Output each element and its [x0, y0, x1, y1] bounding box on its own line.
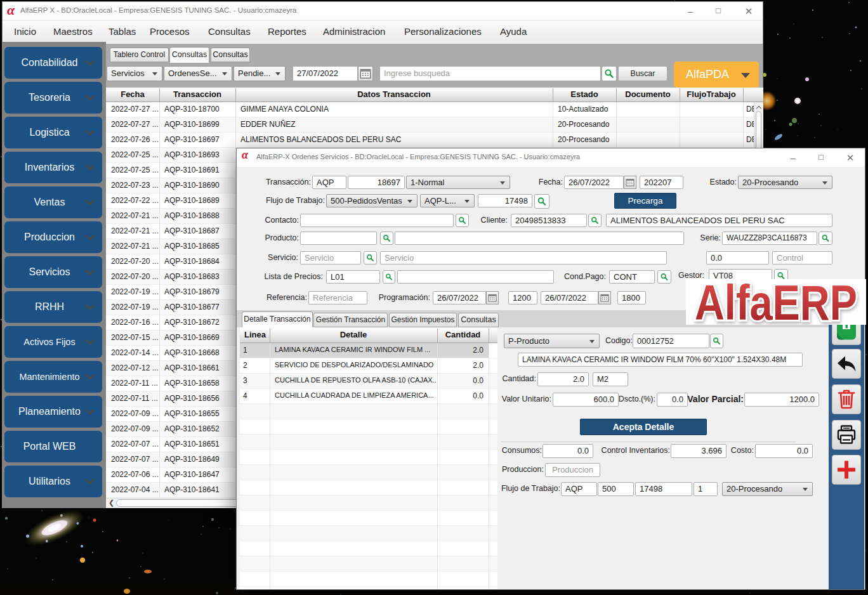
- svg-text:AlfaERP: AlfaERP: [695, 279, 857, 325]
